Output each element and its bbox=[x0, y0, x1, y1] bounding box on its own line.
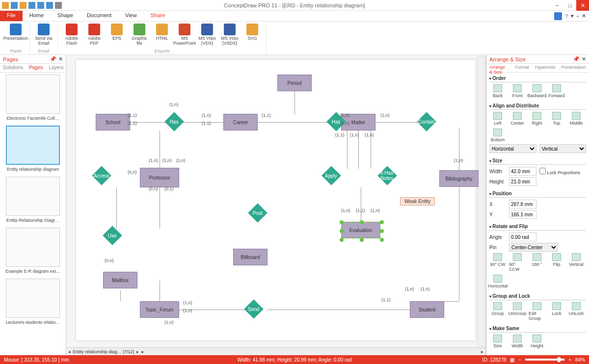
qat-new-icon[interactable] bbox=[11, 2, 18, 9]
pos-x-input[interactable] bbox=[509, 200, 536, 208]
makesame-height[interactable]: Height bbox=[529, 335, 545, 348]
vertical-scrollbar[interactable] bbox=[478, 56, 484, 346]
close-button[interactable]: ✕ bbox=[576, 0, 589, 11]
rotate-flip[interactable]: Flip bbox=[548, 253, 565, 272]
relationship-use[interactable]: Use bbox=[103, 226, 122, 245]
page-thumbnail[interactable]: Lecturers-students relatio… bbox=[2, 279, 64, 325]
zoom-in-icon[interactable]: + bbox=[568, 357, 571, 363]
page-thumbnail[interactable]: Electronic Facsimile Coll… bbox=[2, 75, 64, 121]
ribbon-adobe-flash[interactable]: Adobe Flash bbox=[61, 23, 82, 46]
height-input[interactable] bbox=[509, 177, 536, 186]
page-thumbnail[interactable]: Example E-R diagram ext… bbox=[2, 228, 64, 274]
ribbon-tab-file[interactable]: File bbox=[0, 11, 23, 21]
section-position[interactable]: Position bbox=[489, 190, 586, 198]
entity-student[interactable]: Student bbox=[410, 301, 444, 318]
panel-tab-layers[interactable]: Layers bbox=[46, 64, 67, 72]
ribbon-presentation[interactable]: Presentation bbox=[5, 23, 27, 41]
page-thumbnail[interactable]: Entity-Relationship Diagr… bbox=[2, 177, 64, 223]
subwin-min-icon[interactable]: ▾ bbox=[571, 13, 574, 19]
order-back[interactable]: Back bbox=[489, 84, 506, 98]
rotate--cw[interactable]: 90° CW bbox=[489, 253, 506, 272]
align-center[interactable]: Center bbox=[509, 112, 526, 126]
align-top[interactable]: Top bbox=[548, 112, 565, 126]
relationship-send[interactable]: Send bbox=[244, 299, 264, 319]
section-makesame[interactable]: Make Same bbox=[489, 325, 586, 333]
qat-print-icon[interactable] bbox=[55, 2, 62, 9]
close-panel-icon[interactable]: ✕ bbox=[582, 56, 586, 62]
align-left[interactable]: Left bbox=[489, 112, 506, 126]
section-rotate[interactable]: Rotate and Flip bbox=[489, 223, 586, 231]
align-bottom[interactable]: Bottom bbox=[489, 129, 506, 142]
order-backward[interactable]: Backward bbox=[529, 84, 545, 98]
page-thumbnail[interactable]: Entity relationship diagram bbox=[2, 126, 64, 172]
ribbon-svg[interactable]: SVG bbox=[241, 23, 263, 46]
width-input[interactable] bbox=[509, 167, 536, 176]
zoom-slider[interactable] bbox=[525, 359, 564, 361]
section-align[interactable]: Align and Distribute bbox=[489, 102, 586, 110]
relationship-has1[interactable]: Has bbox=[164, 112, 184, 131]
entity-school[interactable]: School bbox=[96, 114, 130, 130]
ribbon-tab-home[interactable]: Home bbox=[23, 11, 51, 21]
app-icon[interactable] bbox=[554, 12, 562, 20]
rotate-vertical[interactable]: Vertical bbox=[568, 253, 585, 272]
relationship-access[interactable]: Access bbox=[92, 166, 111, 185]
maximize-button[interactable]: □ bbox=[563, 0, 576, 11]
panel-tab-solutions[interactable]: Solutions bbox=[0, 64, 26, 72]
section-size[interactable]: Size bbox=[489, 157, 586, 165]
group-unlock[interactable]: UnLock bbox=[568, 302, 585, 321]
entity-period[interactable]: Period bbox=[277, 75, 312, 91]
relationship-notes[interactable]: It Has Notes bbox=[377, 166, 397, 185]
entity-bibliography[interactable]: Bibliography bbox=[439, 170, 479, 187]
angle-input[interactable] bbox=[509, 233, 536, 241]
entity-career[interactable]: Career bbox=[223, 114, 258, 130]
qat-open-icon[interactable] bbox=[20, 2, 27, 9]
group-edit-group[interactable]: Edit Group bbox=[529, 302, 545, 321]
ribbon-ms-visio-vsdx-[interactable]: MS Visio (VSDX) bbox=[219, 23, 241, 46]
diagram[interactable]: PeriodSchoolCareerMatterBibliographyProf… bbox=[76, 60, 476, 340]
relationship-apply[interactable]: Apply bbox=[321, 166, 341, 185]
align-right[interactable]: Right bbox=[529, 112, 545, 126]
panel-tab-pages[interactable]: Pages bbox=[26, 64, 46, 72]
distribute-vertical[interactable]: Vertical bbox=[539, 144, 587, 153]
minimize-button[interactable]: − bbox=[551, 0, 563, 11]
group-lock[interactable]: Lock bbox=[548, 302, 565, 321]
entity-professor[interactable]: Professor bbox=[140, 168, 179, 187]
section-order[interactable]: Order bbox=[489, 75, 586, 82]
group-group[interactable]: Group bbox=[489, 302, 506, 321]
status-icon[interactable]: ▦ bbox=[510, 357, 514, 363]
subwin-close-icon[interactable]: ✕ bbox=[582, 13, 586, 19]
zoom-out-icon[interactable]: − bbox=[518, 357, 521, 363]
qat-save-icon[interactable] bbox=[46, 2, 53, 9]
tab-nav-prev[interactable]: ◂ bbox=[68, 349, 71, 354]
rotate--[interactable]: 180 ° bbox=[529, 253, 545, 272]
rp-tab-format[interactable]: Format bbox=[512, 64, 532, 72]
relationship-contain[interactable]: Contain bbox=[417, 112, 436, 131]
pin-icon[interactable]: 📌 bbox=[50, 56, 56, 62]
pin-icon[interactable]: 📌 bbox=[573, 56, 580, 62]
order-forward[interactable]: Forward bbox=[548, 84, 565, 98]
tab-scroll-left[interactable]: ◂ bbox=[141, 349, 143, 354]
rp-tab-arrange[interactable]: Arrange & Size bbox=[486, 64, 512, 72]
distribute-horizontal[interactable]: Horizontal bbox=[489, 144, 536, 153]
lock-proportions-checkbox[interactable] bbox=[539, 168, 546, 174]
canvas[interactable]: PeriodSchoolCareerMatterBibliographyProf… bbox=[76, 60, 476, 340]
subwin-restore-icon[interactable]: ▫ bbox=[577, 13, 579, 19]
pos-y-input[interactable] bbox=[509, 210, 536, 219]
ribbon-adobe-pdf[interactable]: Adobe PDF bbox=[83, 23, 105, 46]
qat-undo-icon[interactable] bbox=[28, 2, 35, 9]
ribbon-graphic-file[interactable]: Graphic file bbox=[129, 23, 150, 46]
align-middle[interactable]: Middle bbox=[568, 112, 585, 126]
makesame-width[interactable]: Width bbox=[509, 335, 526, 348]
relationship-post[interactable]: Post bbox=[248, 203, 268, 223]
ribbon-send-via-email[interactable]: Send via Email bbox=[33, 23, 54, 46]
ribbon-html[interactable]: HTML bbox=[151, 23, 173, 46]
ribbon-ms-powerpoint[interactable]: MS PowerPoint bbox=[174, 23, 195, 46]
help-icon[interactable]: ? bbox=[565, 13, 568, 19]
tab-nav-next[interactable]: ▸ bbox=[136, 349, 139, 354]
ribbon-ms-visio-vdx-[interactable]: MS Visio (VDX) bbox=[196, 23, 218, 46]
rotate-horizontal[interactable]: Horizontal bbox=[489, 275, 506, 288]
pin-select[interactable]: Center-Center bbox=[509, 243, 558, 252]
rp-tab-presentation[interactable]: Presentation bbox=[558, 64, 589, 72]
tab-scroll-right[interactable]: ▸ bbox=[481, 349, 483, 354]
page-tab-current[interactable]: Entity relationship diag… (7/12) bbox=[73, 349, 134, 354]
